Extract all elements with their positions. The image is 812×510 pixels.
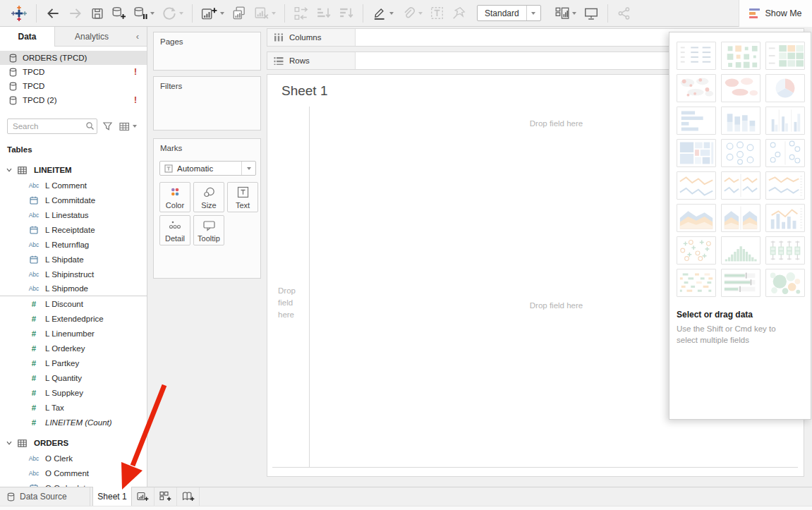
swap-rows-columns-icon[interactable] — [290, 3, 313, 24]
fix-axes-icon[interactable] — [448, 3, 470, 24]
fit-selector[interactable]: Standard — [477, 5, 541, 21]
field-item[interactable]: AbcO Comment — [0, 466, 147, 480]
field-item[interactable]: AbcL Linestatus — [0, 207, 147, 222]
new-worksheet-tab-icon[interactable] — [132, 487, 154, 506]
show-me-chart-dual-combination[interactable] — [765, 204, 805, 232]
group-members-caret[interactable] — [418, 12, 423, 15]
show-me-chart-histogram[interactable] — [721, 236, 761, 265]
field-item[interactable]: #L Linenumber — [0, 326, 147, 341]
show-me-chart-gantt[interactable] — [677, 269, 716, 297]
highlighter-caret[interactable] — [389, 12, 394, 15]
run-auto-updates-icon[interactable] — [158, 3, 187, 24]
field-item[interactable]: #L Discount — [0, 296, 147, 311]
show-me-chart-packed-bubbles[interactable] — [765, 269, 805, 297]
pause-auto-updates-caret[interactable] — [150, 12, 154, 15]
fit-selector-caret[interactable] — [526, 6, 540, 20]
show-me-chart-heat-map[interactable] — [721, 42, 761, 70]
field-item[interactable]: #L Extendedprice — [0, 311, 147, 326]
new-story-tab-icon[interactable] — [177, 487, 200, 506]
field-item[interactable]: O Orderdate — [0, 480, 147, 487]
chevron-down-icon[interactable] — [6, 439, 13, 447]
mark-type-caret[interactable] — [241, 162, 255, 175]
redo-icon[interactable] — [64, 3, 87, 24]
show-me-chart-symbol-map[interactable] — [677, 74, 716, 102]
presentation-mode-icon[interactable] — [580, 3, 602, 24]
sort-ascending-icon[interactable] — [313, 3, 335, 24]
clear-sheet-caret[interactable] — [272, 12, 276, 15]
drop-field-left[interactable]: Drop field here — [278, 285, 306, 321]
clear-sheet-icon[interactable] — [250, 3, 279, 24]
show-me-chart-pie-chart[interactable] — [765, 74, 805, 102]
show-me-chart-stacked-bars[interactable] — [721, 107, 761, 135]
tab-data[interactable]: Data — [0, 27, 55, 47]
show-me-chart-side-by-side-bars[interactable] — [765, 107, 805, 135]
new-worksheet-caret[interactable] — [220, 12, 224, 15]
show-me-chart-side-by-side-circles[interactable] — [765, 139, 805, 167]
tooltip-button[interactable]: Tooltip — [193, 215, 224, 245]
tab-analytics[interactable]: Analytics — [55, 27, 128, 46]
field-item[interactable]: AbcL Comment — [0, 178, 147, 193]
datasource-item[interactable]: TPCD — [0, 79, 147, 93]
show-me-chart-dual-lines[interactable] — [765, 171, 805, 200]
show-me-chart-filled-map[interactable] — [721, 74, 761, 102]
field-item[interactable]: #L Partkey — [0, 356, 147, 370]
field-item[interactable]: #L Tax — [0, 400, 147, 415]
text-button[interactable]: Text — [227, 182, 258, 212]
field-item[interactable]: AbcL Shipmode — [0, 281, 147, 296]
color-button[interactable]: Color — [159, 182, 190, 212]
sheet-1-tab[interactable]: Sheet 1 — [92, 487, 132, 506]
field-item[interactable]: #L Quantity — [0, 370, 147, 385]
run-auto-updates-caret[interactable] — [179, 12, 183, 15]
sort-descending-icon[interactable] — [335, 3, 358, 24]
show-hide-cards-icon[interactable] — [551, 3, 580, 24]
show-me-chart-text-table[interactable] — [677, 42, 716, 70]
show-me-chart-scatter-plot[interactable] — [677, 236, 716, 265]
field-item[interactable]: L Commitdate — [0, 193, 147, 207]
field-item[interactable]: AbcO Clerk — [0, 451, 147, 466]
group-members-icon[interactable] — [397, 3, 426, 24]
show-me-chart-discrete-lines[interactable] — [721, 171, 761, 200]
collapse-panel-icon[interactable]: ‹ — [128, 27, 147, 46]
show-me-chart-treemap[interactable] — [677, 139, 716, 167]
share-workbook-icon[interactable] — [613, 3, 636, 24]
datasource-item[interactable]: TPCD (2)! — [0, 93, 147, 107]
new-dashboard-tab-icon[interactable] — [154, 487, 177, 506]
show-me-chart-horizontal-bars[interactable] — [677, 107, 716, 135]
search-input[interactable] — [7, 119, 97, 134]
show-me-chart-bullet-graph[interactable] — [721, 269, 761, 297]
show-mark-labels-icon[interactable] — [426, 3, 448, 24]
undo-icon[interactable] — [42, 3, 64, 24]
show-me-chart-circle-views[interactable] — [721, 139, 761, 167]
highlighter-icon[interactable] — [368, 3, 397, 24]
field-item[interactable]: L Shipdate — [0, 252, 147, 267]
show-me-chart-continuous-lines[interactable] — [677, 171, 716, 200]
show-me-chart-discrete-area[interactable] — [721, 204, 761, 232]
field-item[interactable]: L Receiptdate — [0, 222, 147, 237]
field-item[interactable]: #L Suppkey — [0, 385, 147, 400]
size-button[interactable]: Size — [193, 182, 224, 212]
save-icon[interactable] — [87, 3, 108, 24]
datasource-item[interactable]: ORDERS (TPCD) — [0, 51, 147, 65]
pause-auto-updates-icon[interactable] — [130, 3, 158, 24]
datasource-item[interactable]: TPCD! — [0, 65, 147, 79]
show-me-chart-continuous-area[interactable] — [677, 204, 716, 232]
duplicate-sheet-icon[interactable] — [228, 3, 250, 24]
show-hide-cards-caret[interactable] — [572, 12, 576, 15]
show-me-chart-highlight-table[interactable] — [765, 42, 805, 70]
pages-card[interactable]: Pages — [153, 32, 261, 71]
field-item[interactable]: AbcL Shipinstruct — [0, 267, 147, 281]
filter-fields-icon[interactable] — [100, 121, 115, 133]
new-data-source-icon[interactable] — [108, 3, 130, 24]
chevron-down-icon[interactable] — [6, 166, 13, 174]
mark-type-select[interactable]: Automatic — [159, 161, 256, 176]
field-item[interactable]: AbcL Returnflag — [0, 237, 147, 252]
field-item[interactable]: #L Orderkey — [0, 341, 147, 356]
field-item[interactable]: #LINEITEM (Count) — [0, 415, 147, 430]
show-me-chart-box-and-whisker[interactable] — [765, 236, 805, 265]
filters-card[interactable]: Filters — [153, 76, 261, 130]
new-worksheet-icon[interactable] — [198, 3, 228, 24]
detail-button[interactable]: Detail — [159, 215, 190, 245]
table-group-header[interactable]: ORDERS — [0, 435, 147, 451]
tableau-logo-icon[interactable] — [7, 3, 31, 24]
table-group-header[interactable]: LINEITEM — [0, 162, 147, 178]
